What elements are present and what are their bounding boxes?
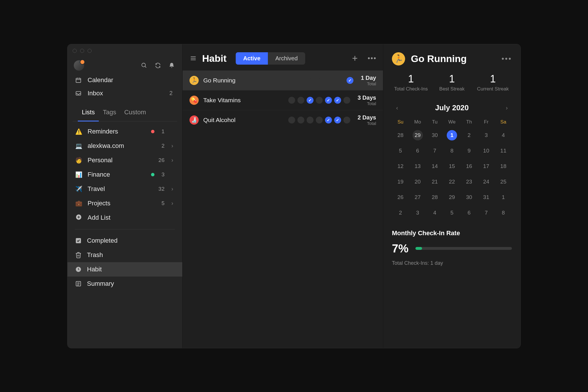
calendar-day[interactable]: 20 xyxy=(409,177,426,187)
calendar-day[interactable]: 31 xyxy=(478,192,495,202)
habit-row[interactable]: 💊 Take Vitamins 3 Days Total xyxy=(183,90,383,110)
prev-month-icon[interactable]: ‹ xyxy=(394,105,401,111)
detail-more-icon[interactable]: ••• xyxy=(502,54,512,63)
calendar-day[interactable]: 8 xyxy=(443,146,461,156)
day-dot[interactable] xyxy=(319,77,326,84)
calendar-day[interactable]: 11 xyxy=(495,146,512,156)
sidebar-item-habit[interactable]: Habit xyxy=(67,262,182,277)
calendar-day[interactable]: 10 xyxy=(478,146,495,156)
sidebar-list-item[interactable]: 📊 Finance 3 xyxy=(67,167,182,182)
habit-row[interactable]: 🏃 Go Running 1 Day Total xyxy=(183,70,383,90)
calendar-day[interactable]: 28 xyxy=(426,192,443,202)
calendar-day[interactable]: 18 xyxy=(495,161,512,171)
calendar-day[interactable]: 22 xyxy=(443,177,461,187)
calendar-day[interactable]: 8 xyxy=(495,208,512,218)
calendar-day[interactable]: 1 xyxy=(495,192,512,202)
minimize-window-dot[interactable] xyxy=(80,49,84,53)
day-dot[interactable] xyxy=(347,77,353,84)
day-dot[interactable] xyxy=(316,97,323,104)
sidebar-list-item[interactable]: 🧑 Personal 26 › xyxy=(67,153,182,167)
calendar-day[interactable]: 6 xyxy=(409,146,426,156)
calendar-day[interactable]: 2 xyxy=(392,208,409,218)
calendar-day[interactable]: 4 xyxy=(426,208,443,218)
day-dot[interactable] xyxy=(334,117,341,123)
calendar-day[interactable]: 23 xyxy=(461,177,478,187)
day-dot[interactable] xyxy=(325,97,332,104)
calendar-day[interactable]: 4 xyxy=(495,130,512,140)
sidebar-list-item[interactable]: ✈️ Travel 32 › xyxy=(67,182,182,196)
hamburger-icon[interactable] xyxy=(189,55,197,62)
day-dot[interactable] xyxy=(297,97,304,104)
sidebar-item-inbox[interactable]: Inbox 2 xyxy=(67,87,182,100)
sidebar-item-summary[interactable]: Summary xyxy=(67,277,182,291)
day-dot[interactable] xyxy=(291,77,298,84)
maximize-window-dot[interactable] xyxy=(88,49,92,53)
day-dot[interactable] xyxy=(288,117,295,123)
sidebar-list-item[interactable]: ⚠️ Reminders 1 xyxy=(67,124,182,139)
calendar-day[interactable]: 21 xyxy=(426,177,443,187)
day-dot[interactable] xyxy=(328,77,335,84)
calendar-day[interactable]: 1 xyxy=(443,130,461,140)
calendar-day[interactable]: 5 xyxy=(392,146,409,156)
calendar-day[interactable]: 29 xyxy=(443,192,461,202)
sidebar-list-item[interactable]: 💻 alexkwa.com 2 › xyxy=(67,139,182,153)
seg-active[interactable]: Active xyxy=(236,52,268,65)
day-dot[interactable] xyxy=(343,97,350,104)
tab-tags[interactable]: Tags xyxy=(99,106,120,121)
calendar-day[interactable]: 30 xyxy=(461,192,478,202)
close-window-dot[interactable] xyxy=(73,49,77,53)
sidebar-item-completed[interactable]: Completed xyxy=(67,233,182,248)
add-list-label: Add List xyxy=(88,214,175,221)
calendar-day[interactable]: 25 xyxy=(495,177,512,187)
avatar[interactable] xyxy=(74,60,84,71)
next-month-icon[interactable]: › xyxy=(503,105,510,111)
calendar-day[interactable]: 9 xyxy=(461,146,478,156)
calendar-day[interactable]: 28 xyxy=(392,130,409,140)
sidebar-item-trash[interactable]: Trash xyxy=(67,248,182,262)
day-dot[interactable] xyxy=(297,117,304,123)
sidebar-item-calendar[interactable]: Calendar xyxy=(67,74,182,87)
calendar-day[interactable]: 19 xyxy=(392,177,409,187)
calendar-day[interactable]: 5 xyxy=(443,208,461,218)
more-icon[interactable]: ••• xyxy=(368,54,376,62)
calendar-day[interactable]: 6 xyxy=(461,208,478,218)
calendar-day[interactable]: 24 xyxy=(478,177,495,187)
add-habit-icon[interactable] xyxy=(351,54,359,62)
calendar-day[interactable]: 30 xyxy=(426,130,443,140)
calendar-day[interactable]: 7 xyxy=(478,208,495,218)
calendar-day[interactable]: 16 xyxy=(461,161,478,171)
habit-badge-icon: 💊 xyxy=(189,96,199,105)
bell-icon[interactable] xyxy=(167,61,176,70)
day-dot[interactable] xyxy=(301,77,307,84)
habit-row[interactable]: 🍶 Quit Alcohol 2 Days Total xyxy=(183,110,383,130)
day-dot[interactable] xyxy=(316,117,323,123)
day-dot[interactable] xyxy=(343,117,350,123)
calendar-day[interactable]: 13 xyxy=(409,161,426,171)
calendar-day[interactable]: 14 xyxy=(426,161,443,171)
calendar-day[interactable]: 12 xyxy=(392,161,409,171)
calendar-day[interactable]: 3 xyxy=(478,130,495,140)
sync-icon[interactable] xyxy=(154,61,162,70)
search-icon[interactable] xyxy=(140,61,148,70)
add-list-button[interactable]: Add List xyxy=(67,211,182,225)
day-dot[interactable] xyxy=(307,97,314,104)
calendar-day[interactable]: 27 xyxy=(409,192,426,202)
day-dot[interactable] xyxy=(325,117,332,123)
day-dot[interactable] xyxy=(310,77,317,84)
tab-custom[interactable]: Custom xyxy=(120,106,150,121)
day-dot[interactable] xyxy=(288,97,295,104)
day-dot[interactable] xyxy=(307,117,314,123)
calendar-day[interactable]: 2 xyxy=(461,130,478,140)
calendar-day[interactable]: 29 xyxy=(409,130,426,140)
sidebar-list-item[interactable]: 💼 Projects 5 › xyxy=(67,196,182,211)
tab-lists[interactable]: Lists xyxy=(78,106,99,121)
day-dot[interactable] xyxy=(334,97,341,104)
day-dot[interactable] xyxy=(337,77,344,84)
calendar-day[interactable]: 17 xyxy=(478,161,495,171)
seg-archived[interactable]: Archived xyxy=(268,52,305,65)
calendar-day[interactable]: 7 xyxy=(426,146,443,156)
stat-total-checkins: 1 Total Check-Ins xyxy=(392,73,430,92)
calendar-day[interactable]: 15 xyxy=(443,161,461,171)
calendar-day[interactable]: 26 xyxy=(392,192,409,202)
calendar-day[interactable]: 3 xyxy=(409,208,426,218)
